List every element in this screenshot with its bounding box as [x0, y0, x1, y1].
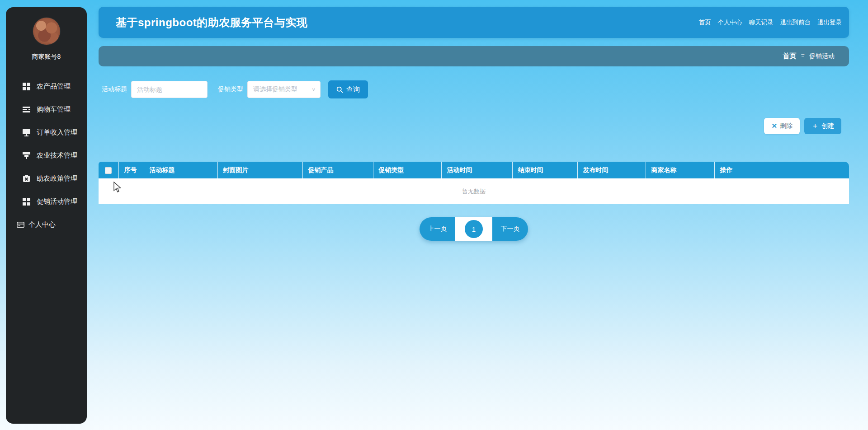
search-icon — [336, 86, 343, 93]
topnav-logout[interactable]: 退出登录 — [817, 19, 842, 27]
col-start-time: 活动时间 — [441, 162, 512, 178]
pagination: 上一页 1 下一页 — [99, 217, 849, 241]
col-index: 序号 — [118, 162, 144, 178]
grid-icon — [23, 198, 30, 206]
query-button-label: 查询 — [346, 85, 360, 94]
page-title: 基于springboot的助农服务平台与实现 — [116, 15, 307, 30]
chevron-down-icon: ∨ — [311, 87, 316, 92]
current-page-cell: 1 — [455, 217, 492, 241]
sidebar-item-promotions[interactable]: 促销活动管理 — [6, 190, 87, 213]
sidebar-item-profile[interactable]: 个人中心 — [6, 213, 87, 236]
monitor-icon — [23, 129, 30, 136]
select-all-cell — [99, 162, 118, 178]
sidebar-item-cart[interactable]: 购物车管理 — [6, 98, 87, 121]
topnav-home[interactable]: 首页 — [699, 19, 711, 27]
sidebar-item-orders[interactable]: 订单收入管理 — [6, 121, 87, 144]
breadcrumb-separator-icon: Ξ — [801, 53, 805, 60]
table-header-row: 序号 活动标题 封面图片 促销产品 促销类型 活动时间 结束时间 发布时间 商家… — [99, 162, 849, 178]
create-button[interactable]: ＋ 创建 — [804, 118, 841, 134]
col-cover: 封面图片 — [217, 162, 302, 178]
username-label: 商家账号8 — [6, 53, 87, 61]
clipboard-icon — [23, 175, 30, 182]
list-icon — [23, 106, 30, 113]
col-type: 促销类型 — [373, 162, 441, 178]
card-icon — [17, 221, 24, 229]
delete-button[interactable]: ✕ 删除 — [764, 118, 800, 134]
type-field-label: 促销类型 — [218, 85, 243, 93]
user-avatar[interactable] — [33, 17, 61, 45]
sidebar-item-label: 农产品管理 — [37, 82, 71, 91]
col-title: 活动标题 — [144, 162, 217, 178]
plus-icon: ＋ — [811, 122, 819, 131]
breadcrumb-home[interactable]: 首页 — [783, 52, 797, 61]
create-button-label: 创建 — [821, 122, 834, 130]
sidebar-item-label: 购物车管理 — [37, 105, 71, 114]
top-nav: 首页 个人中心 聊天记录 退出到前台 退出登录 — [699, 19, 842, 27]
sidebar-item-label: 农业技术管理 — [37, 151, 77, 160]
prev-page-button[interactable]: 上一页 — [420, 217, 455, 241]
select-all-checkbox[interactable] — [105, 167, 112, 174]
funnel-icon — [23, 152, 30, 159]
breadcrumb: 首页 Ξ 促销活动 — [99, 46, 849, 66]
sidebar-item-label: 助农政策管理 — [37, 174, 77, 183]
topnav-chat[interactable]: 聊天记录 — [749, 19, 774, 27]
col-publish-time: 发布时间 — [577, 162, 646, 178]
grid-icon — [23, 83, 30, 90]
next-page-button[interactable]: 下一页 — [492, 217, 528, 241]
page-number-badge[interactable]: 1 — [465, 220, 483, 238]
title-input[interactable] — [131, 81, 208, 98]
sidebar-nav: 农产品管理 购物车管理 订单收入管理 农业技术管理 助农政策管理 — [6, 75, 87, 236]
empty-row: 暂无数据 — [99, 178, 849, 204]
topnav-exit-front[interactable]: 退出到前台 — [780, 19, 811, 27]
topnav-profile[interactable]: 个人中心 — [718, 19, 742, 27]
promo-type-select[interactable]: 请选择促销类型 ∨ — [247, 81, 321, 98]
col-actions: 操作 — [714, 162, 849, 178]
main-content: 基于springboot的助农服务平台与实现 首页 个人中心 聊天记录 退出到前… — [99, 7, 849, 241]
empty-state-text: 暂无数据 — [99, 178, 849, 204]
title-field-label: 活动标题 — [102, 85, 127, 93]
breadcrumb-current: 促销活动 — [809, 52, 835, 61]
toolbar: ✕ 删除 ＋ 创建 — [99, 118, 849, 134]
close-icon: ✕ — [771, 122, 777, 130]
col-merchant: 商家名称 — [646, 162, 714, 178]
sidebar-item-products[interactable]: 农产品管理 — [6, 75, 87, 98]
query-button[interactable]: 查询 — [328, 80, 368, 98]
app-header: 基于springboot的助农服务平台与实现 首页 个人中心 聊天记录 退出到前… — [99, 7, 849, 38]
sidebar-item-label: 个人中心 — [28, 220, 56, 229]
select-placeholder: 请选择促销类型 — [253, 85, 297, 93]
sidebar: 商家账号8 农产品管理 购物车管理 订单收入管理 农业技术管理 — [6, 7, 87, 424]
sidebar-item-label: 订单收入管理 — [37, 128, 77, 137]
sidebar-item-agritech[interactable]: 农业技术管理 — [6, 144, 87, 167]
sidebar-item-label: 促销活动管理 — [37, 197, 77, 206]
promotions-table: 序号 活动标题 封面图片 促销产品 促销类型 活动时间 结束时间 发布时间 商家… — [99, 162, 849, 204]
sidebar-item-policy[interactable]: 助农政策管理 — [6, 167, 87, 190]
col-product: 促销产品 — [302, 162, 373, 178]
search-form: 活动标题 促销类型 请选择促销类型 ∨ 查询 — [99, 80, 849, 98]
col-end-time: 结束时间 — [512, 162, 577, 178]
delete-button-label: 删除 — [780, 122, 793, 130]
